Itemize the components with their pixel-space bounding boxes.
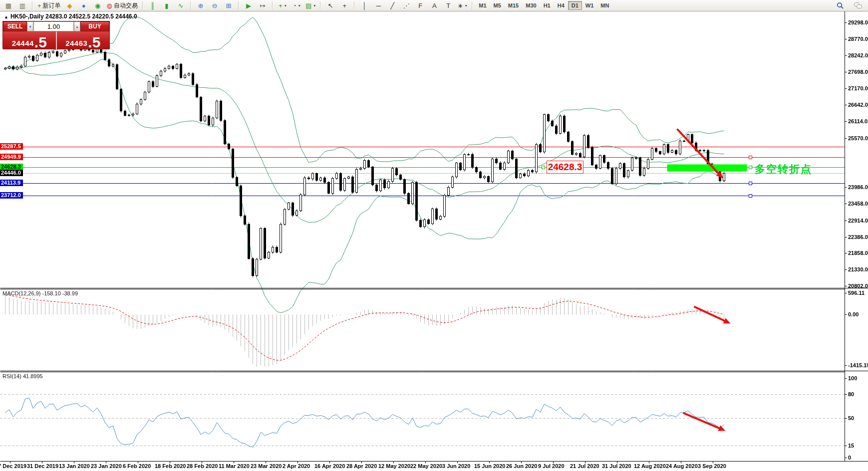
periods-button[interactable]: ◔▾ bbox=[289, 0, 303, 11]
candlestick-type-glyph: ▮ bbox=[165, 2, 168, 9]
fibonacci-retracement-glyph: F bbox=[418, 2, 422, 9]
periods-button-dropdown[interactable]: ▾ bbox=[298, 3, 300, 8]
macd-indicator-label: MACD(12,26,9) -158.10 -38.99 bbox=[2, 290, 78, 296]
toolbar: ▦▥+新订单◆●◉◍自动交易║▮∿⊕⊖⊞▶↦+▾◔▾▤▾↖+│─╱⋰FAT∗▾ … bbox=[0, 0, 868, 11]
rsi-indicator-label: RSI(14) 41.8995 bbox=[2, 373, 43, 379]
sell-price[interactable]: 24444 .5 bbox=[3, 31, 57, 49]
arrows-button[interactable]: ∗▾ bbox=[455, 0, 469, 11]
zoom-out-button[interactable]: ⊖ bbox=[208, 0, 222, 11]
crosshair-glyph: + bbox=[342, 2, 346, 9]
timeframe-m15[interactable]: M15 bbox=[505, 1, 522, 10]
volume-input[interactable] bbox=[33, 21, 74, 31]
horizontal-line-button[interactable]: ─ bbox=[371, 0, 385, 11]
timeframe-mn[interactable]: MN bbox=[597, 1, 612, 10]
chart-shift-button[interactable]: ↦ bbox=[256, 0, 270, 11]
alert-horn-icon-glyph: ◆ bbox=[67, 2, 72, 9]
new-order-button-label: 新订单 bbox=[43, 1, 61, 10]
zoom-in-glyph: ⊕ bbox=[198, 2, 203, 9]
search-icon[interactable] bbox=[833, 0, 847, 11]
crosshair-button[interactable]: + bbox=[337, 0, 351, 11]
collapse-icon[interactable]: ▲ bbox=[4, 14, 8, 19]
buy-price-big: .5 bbox=[88, 36, 100, 49]
signals-icon[interactable]: ◉ bbox=[91, 0, 105, 11]
charts-window-icon-glyph: ▦ bbox=[5, 2, 11, 9]
trendline-button[interactable]: ╱ bbox=[385, 0, 399, 11]
chart-header: ▲HK50-,Daily 24283.0 24522.5 24220.5 244… bbox=[4, 13, 137, 20]
cursor-button[interactable]: ↖ bbox=[323, 0, 337, 11]
timeframe-h4[interactable]: H4 bbox=[554, 1, 568, 10]
templates-glyph: ▤ bbox=[305, 2, 311, 9]
autotrading-glyph: ◍ bbox=[107, 2, 112, 9]
timeframe-h1[interactable]: H1 bbox=[540, 1, 554, 10]
sell-price-big: .5 bbox=[34, 36, 47, 49]
vertical-line-glyph: │ bbox=[362, 2, 366, 9]
text-label-glyph: T bbox=[446, 2, 450, 9]
indicators-glyph: + bbox=[279, 2, 283, 9]
volume-increase-button[interactable]: ▲ bbox=[74, 21, 80, 31]
fibonacci-retracement-button[interactable]: F bbox=[413, 0, 427, 11]
timeframe-m1[interactable]: M1 bbox=[475, 1, 490, 10]
charts-window-icon[interactable]: ▦ bbox=[1, 0, 15, 11]
community-icon-glyph: ● bbox=[82, 2, 86, 9]
timeframe-w1[interactable]: W1 bbox=[582, 1, 597, 10]
ohlc-low: 24220.5 bbox=[92, 13, 113, 20]
bar-chart-type-button[interactable]: ║ bbox=[146, 0, 160, 11]
sell-price-small: 24444 bbox=[12, 39, 34, 47]
line-chart-type-glyph: ∿ bbox=[178, 2, 183, 9]
auto-scroll-glyph: ▶ bbox=[246, 2, 251, 9]
buy-price[interactable]: 24463 .5 bbox=[57, 31, 110, 49]
community-icon[interactable]: ● bbox=[77, 0, 91, 11]
tile-windows-button[interactable]: ⊞ bbox=[222, 0, 236, 11]
ohlc-open: 24283.0 bbox=[45, 13, 67, 20]
timeframe-d1[interactable]: D1 bbox=[568, 1, 582, 10]
timeframe-m30[interactable]: M30 bbox=[522, 1, 540, 10]
text-glyph: A bbox=[432, 2, 437, 9]
signals-icon-glyph: ◉ bbox=[95, 2, 100, 9]
equidistant-channel-glyph: ⋰ bbox=[403, 2, 410, 9]
price-flag-label[interactable]: 24628.3 bbox=[547, 161, 583, 174]
auto-scroll-button[interactable]: ▶ bbox=[242, 0, 256, 11]
indicators-button[interactable]: +▾ bbox=[276, 0, 289, 11]
buy-price-small: 24463 bbox=[65, 39, 87, 47]
bar-chart-type-glyph: ║ bbox=[150, 2, 155, 9]
vertical-line-button[interactable]: │ bbox=[357, 0, 371, 11]
chart-shift-glyph: ↦ bbox=[260, 2, 265, 9]
new-order-button[interactable]: +新订单 bbox=[35, 0, 63, 11]
volume-decrease-button[interactable]: ▼ bbox=[27, 21, 33, 31]
autotrading-button[interactable]: ◍自动交易 bbox=[105, 0, 140, 11]
turning-point-note[interactable]: 多空转折点 bbox=[755, 162, 812, 176]
templates-button-dropdown[interactable]: ▾ bbox=[313, 3, 315, 8]
data-window-icon[interactable]: ▥ bbox=[15, 0, 29, 11]
zoom-in-button[interactable]: ⊕ bbox=[194, 0, 208, 11]
text-label-button[interactable]: T bbox=[441, 0, 455, 11]
periods-glyph: ◔ bbox=[292, 2, 296, 9]
sell-button[interactable]: SELL bbox=[3, 21, 27, 31]
ohlc-high: 24522.5 bbox=[69, 13, 90, 20]
arrows-glyph: ∗ bbox=[458, 2, 463, 9]
candlestick-type-button[interactable]: ▮ bbox=[160, 0, 174, 11]
chat-icon[interactable] bbox=[851, 0, 865, 11]
tile-windows-glyph: ⊞ bbox=[226, 2, 231, 9]
cursor-glyph: ↖ bbox=[328, 2, 333, 9]
ohlc-close: 24446.0 bbox=[115, 13, 137, 20]
equidistant-channel-button[interactable]: ⋰ bbox=[399, 0, 413, 11]
trendline-glyph: ╱ bbox=[390, 2, 394, 9]
new-order-glyph: + bbox=[37, 2, 41, 9]
chart-canvas[interactable] bbox=[0, 0, 868, 471]
autotrading-button-label: 自动交易 bbox=[114, 1, 138, 10]
alert-horn-icon[interactable]: ◆ bbox=[63, 0, 77, 11]
data-window-icon-glyph: ▥ bbox=[19, 2, 25, 9]
timeframe-toolbar: M1M5M15M30H1H4D1W1MN bbox=[474, 0, 614, 11]
buy-button[interactable]: BUY bbox=[80, 21, 109, 31]
arrows-button-dropdown[interactable]: ▾ bbox=[465, 3, 467, 8]
horizontal-line-glyph: ─ bbox=[376, 2, 381, 9]
indicators-button-dropdown[interactable]: ▾ bbox=[285, 3, 287, 8]
text-button[interactable]: A bbox=[427, 0, 441, 11]
one-click-trade-panel: SELL ▼ ▲ BUY 24444 .5 24463 .5 bbox=[2, 21, 110, 49]
symbol-period-label: HK50-,Daily bbox=[10, 13, 44, 20]
templates-button[interactable]: ▤▾ bbox=[303, 0, 317, 11]
line-chart-type-button[interactable]: ∿ bbox=[174, 0, 188, 11]
timeframe-m5[interactable]: M5 bbox=[490, 1, 505, 10]
zoom-out-glyph: ⊖ bbox=[212, 2, 217, 9]
